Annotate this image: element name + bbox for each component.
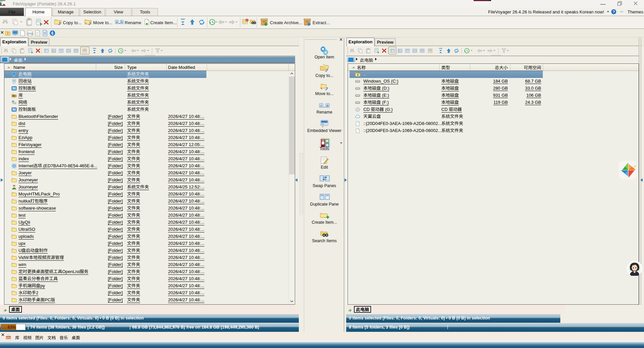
svg-text:A: A xyxy=(320,104,322,107)
svg-text:b: b xyxy=(121,20,123,24)
svg-text:?: ? xyxy=(613,10,615,14)
svg-text:a: a xyxy=(116,20,118,24)
svg-text:B: B xyxy=(326,104,328,107)
